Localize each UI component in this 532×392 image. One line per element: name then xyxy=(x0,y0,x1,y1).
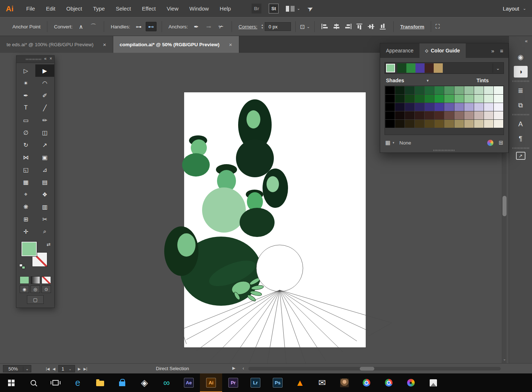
align-v-bottom-icon[interactable] xyxy=(379,23,387,30)
color-swatch[interactable] xyxy=(454,86,464,94)
selection-tool[interactable]: ▷ xyxy=(16,64,35,77)
menu-object[interactable]: Object xyxy=(61,0,87,17)
color-swatch[interactable] xyxy=(405,95,414,103)
align-v-middle-icon[interactable] xyxy=(368,23,375,30)
taskbar-loop[interactable]: ∞ xyxy=(155,373,178,392)
horizontal-scrollbar-thumb[interactable] xyxy=(360,367,374,371)
align-h-center-icon[interactable] xyxy=(333,23,340,30)
zoom-control[interactable]: 50% ⌄ xyxy=(3,365,31,372)
color-swatch[interactable] xyxy=(464,86,474,94)
harmony-color-4[interactable] xyxy=(425,63,434,73)
harmony-color-5[interactable] xyxy=(434,63,443,73)
taskbar-chrome-2[interactable] xyxy=(378,373,400,392)
slice-tool[interactable]: ✂ xyxy=(35,213,54,225)
color-swatch[interactable] xyxy=(444,103,454,111)
corners-value-field[interactable]: 0 px xyxy=(265,22,291,31)
collapse-panel-icon[interactable]: « xyxy=(44,56,47,61)
width-tool[interactable]: ⋈ xyxy=(16,151,35,163)
color-swatch[interactable] xyxy=(454,103,464,111)
color-swatch[interactable] xyxy=(395,86,405,94)
color-swatch[interactable] xyxy=(464,95,474,103)
taskbar-dropbox[interactable]: ◈ xyxy=(133,373,155,392)
magic-wand-tool[interactable]: ✴ xyxy=(16,77,35,89)
taskbar-photos[interactable] xyxy=(422,373,444,392)
color-swatch[interactable] xyxy=(415,86,424,94)
color-swatch[interactable] xyxy=(484,103,493,111)
color-swatch[interactable] xyxy=(425,95,434,103)
pen-tool[interactable]: ✒ xyxy=(16,89,35,102)
color-swatch[interactable] xyxy=(434,95,444,103)
spin-down-icon[interactable]: ▼ xyxy=(261,27,264,29)
shape-builder-tool[interactable]: ◱ xyxy=(16,163,35,176)
none-button[interactable] xyxy=(42,276,51,284)
taskbar-lightroom[interactable]: Lr xyxy=(244,373,267,392)
menu-view[interactable]: View xyxy=(161,0,184,17)
panel-resize-grip[interactable] xyxy=(433,150,455,151)
align-v-top-icon[interactable] xyxy=(356,23,363,30)
default-fill-stroke-icon[interactable] xyxy=(19,264,25,269)
select-similar-button[interactable]: ⊡ ⌄ xyxy=(300,23,310,30)
gradient-tool[interactable]: ▤ xyxy=(35,176,54,188)
vertical-scrollbar-thumb[interactable] xyxy=(503,196,507,216)
share-icon[interactable]: ➤ xyxy=(306,4,315,14)
isolate-selected-icon[interactable]: ⛶ xyxy=(436,23,440,30)
color-swatch[interactable] xyxy=(444,86,454,94)
draw-behind-button[interactable]: ◎ xyxy=(31,285,40,293)
eraser-tool[interactable]: ◫ xyxy=(35,126,54,139)
convert-anchor-button-2[interactable]: ⌒ xyxy=(88,22,99,31)
convert-anchor-button-1[interactable]: ∧ xyxy=(75,22,86,31)
taskbar-store[interactable] xyxy=(111,373,133,392)
color-swatch[interactable] xyxy=(454,95,464,103)
document-tab-2[interactable]: compilation.ai* @ 50% (RGB/GPU Preview)× xyxy=(113,36,239,53)
color-swatch[interactable] xyxy=(494,111,503,119)
color-swatch[interactable] xyxy=(395,111,405,119)
limit-color-group-icon[interactable]: ▦ xyxy=(385,139,390,146)
workspace-switcher[interactable]: Layout ⌄ xyxy=(503,0,526,17)
color-swatch[interactable] xyxy=(385,120,395,128)
color-swatch[interactable] xyxy=(474,111,484,119)
color-swatch[interactable] xyxy=(405,86,414,94)
perspective-grid-tool[interactable]: ⊿ xyxy=(35,163,54,176)
taskbar-illustrator[interactable]: Ai xyxy=(200,373,222,392)
draw-normal-button[interactable]: ◉ xyxy=(20,285,29,293)
taskbar-user-photo[interactable] xyxy=(333,373,355,392)
color-swatch[interactable] xyxy=(464,120,474,128)
menu-type[interactable]: Type xyxy=(87,0,110,17)
gradient-button[interactable] xyxy=(31,276,40,284)
color-swatch[interactable] xyxy=(484,111,493,119)
color-swatch[interactable] xyxy=(425,86,434,94)
color-swatch[interactable] xyxy=(484,120,493,128)
color-swatch[interactable] xyxy=(454,111,464,119)
artboard-number-field[interactable]: 1 ⌄ xyxy=(58,365,75,372)
blend-tool[interactable]: ❖ xyxy=(35,188,54,201)
paragraph-styles-panel-icon[interactable]: ¶ xyxy=(514,133,528,144)
variation-dropdown-icon[interactable]: ▾ xyxy=(427,78,429,83)
paintbrush-tool[interactable]: ✐ xyxy=(35,89,54,102)
color-swatch[interactable] xyxy=(474,103,484,111)
taskbar-task-view[interactable] xyxy=(44,373,67,392)
color-swatch[interactable] xyxy=(415,111,424,119)
color-swatch[interactable] xyxy=(405,111,414,119)
rotate-tool[interactable]: ↻ xyxy=(16,139,35,151)
artboard-tool[interactable]: ⊞ xyxy=(16,213,35,225)
taskbar-edge[interactable]: e xyxy=(67,373,89,392)
first-artboard-button[interactable]: |◀ xyxy=(46,367,50,371)
taskbar-mail[interactable]: ✉ xyxy=(311,373,333,392)
color-swatch[interactable] xyxy=(444,95,454,103)
document-tab-1[interactable]: te eds.ai* @ 100% (RGB/GPU Preview)× xyxy=(0,36,113,53)
color-swatch[interactable] xyxy=(474,95,484,103)
line-segment-tool[interactable]: ╱ xyxy=(35,102,54,114)
taskbar-chrome[interactable] xyxy=(355,373,378,392)
symbol-sprayer-tool[interactable]: ❋ xyxy=(16,201,35,213)
direct-selection-tool[interactable]: ▶ xyxy=(35,64,54,77)
export-panel-icon[interactable]: ↗ xyxy=(516,152,525,160)
scale-tool[interactable]: ↗ xyxy=(35,139,54,151)
color-swatch[interactable] xyxy=(484,86,493,94)
bridge-icon[interactable]: Br xyxy=(252,4,261,13)
color-swatch[interactable] xyxy=(415,120,424,128)
color-swatch[interactable] xyxy=(454,120,464,128)
taskbar-photoshop[interactable]: Ps xyxy=(267,373,289,392)
align-h-right-icon[interactable] xyxy=(344,23,352,30)
harmony-color-1[interactable] xyxy=(397,63,406,73)
screen-mode-button[interactable]: ▢ xyxy=(27,295,44,304)
